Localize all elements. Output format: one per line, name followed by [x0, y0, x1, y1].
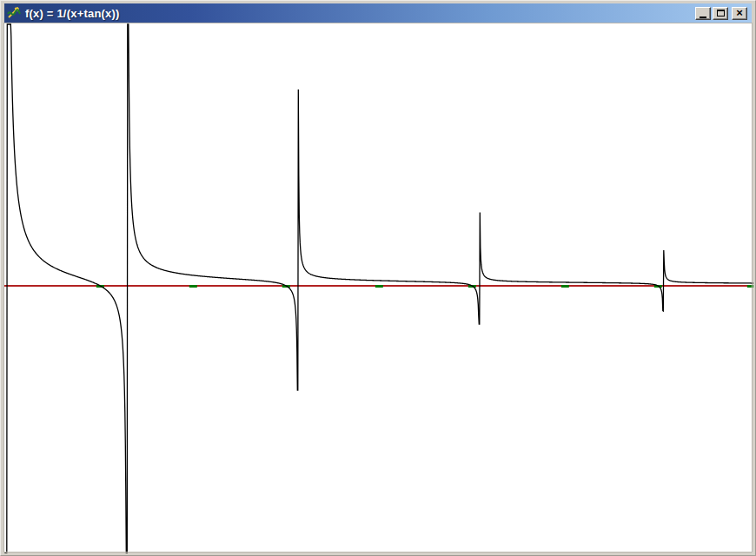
- window-controls: ×: [695, 7, 749, 20]
- axis-marker: [375, 285, 383, 288]
- close-icon: ×: [736, 7, 743, 18]
- function-plot-icon[interactable]: [7, 6, 21, 20]
- function-curve: [4, 24, 753, 553]
- axis-marker: [189, 285, 197, 288]
- app-window: f(x) = 1/(x+tan(x)) ×: [0, 0, 756, 556]
- minimize-icon: [700, 17, 706, 18]
- function-plot: [4, 23, 753, 553]
- plot-area: [4, 23, 752, 552]
- close-button[interactable]: ×: [732, 7, 747, 20]
- window-title: f(x) = 1/(x+tan(x)): [25, 7, 695, 20]
- maximize-icon: [717, 10, 725, 17]
- title-bar[interactable]: f(x) = 1/(x+tan(x)) ×: [4, 3, 752, 23]
- axis-marker: [561, 285, 569, 288]
- minimize-button[interactable]: [695, 7, 711, 20]
- maximize-button[interactable]: [713, 7, 728, 20]
- axis-marker: [747, 285, 753, 288]
